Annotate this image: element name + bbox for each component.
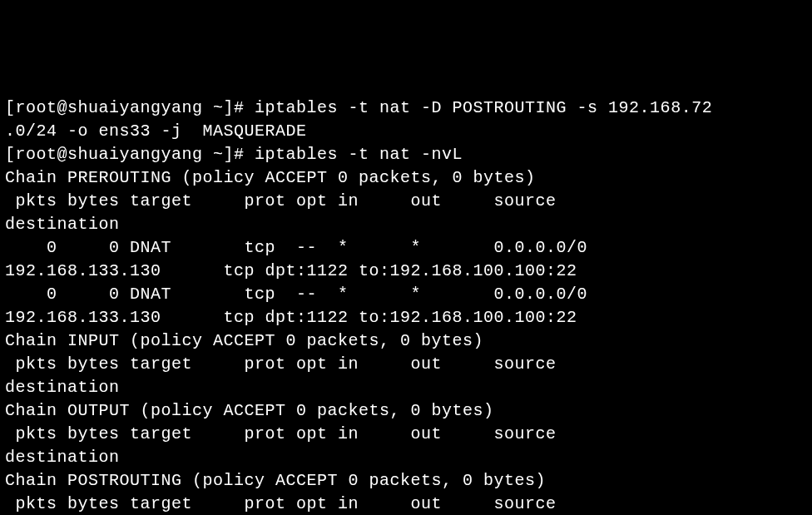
terminal-output[interactable]: [root@shuaiyangyang ~]# iptables -t nat … (5, 97, 807, 515)
terminal-line-15: Chain OUTPUT (policy ACCEPT 0 packets, 0… (5, 399, 807, 423)
terminal-line-4: pkts bytes target prot opt in out source (5, 190, 807, 213)
terminal-line-17: destination (5, 446, 807, 469)
shell-prompt: [root@shuaiyangyang ~]# (5, 145, 255, 164)
terminal-line-7: 192.168.133.130 tcp dpt:1122 to:192.168.… (5, 260, 807, 283)
terminal-line-5: destination (5, 213, 807, 236)
command-text: iptables -t nat -nvL (255, 145, 463, 164)
terminal-line-19: Chain POSTROUTING (policy ACCEPT 0 packe… (5, 469, 807, 493)
terminal-line-8: 0 0 DNAT tcp -- * * 0.0.0.0/0 (5, 283, 807, 306)
terminal-line-16: pkts bytes target prot opt in out source (5, 423, 807, 446)
terminal-line-6: 0 0 DNAT tcp -- * * 0.0.0.0/0 (5, 236, 807, 260)
terminal-line-9: 192.168.133.130 tcp dpt:1122 to:192.168.… (5, 306, 807, 329)
terminal-line-20: pkts bytes target prot opt in out source (5, 493, 807, 515)
terminal-line-13: destination (5, 376, 807, 399)
shell-prompt: [root@shuaiyangyang ~]# (5, 98, 255, 117)
terminal-line-0: [root@shuaiyangyang ~]# iptables -t nat … (5, 97, 807, 120)
terminal-line-2: [root@shuaiyangyang ~]# iptables -t nat … (5, 143, 807, 166)
command-text: iptables -t nat -D POSTROUTING -s 192.16… (255, 98, 712, 117)
terminal-line-3: Chain PREROUTING (policy ACCEPT 0 packet… (5, 166, 807, 190)
terminal-line-1: .0/24 -o ens33 -j MASQUERADE (5, 120, 807, 143)
terminal-line-11: Chain INPUT (policy ACCEPT 0 packets, 0 … (5, 329, 807, 353)
terminal-line-12: pkts bytes target prot opt in out source (5, 353, 807, 376)
